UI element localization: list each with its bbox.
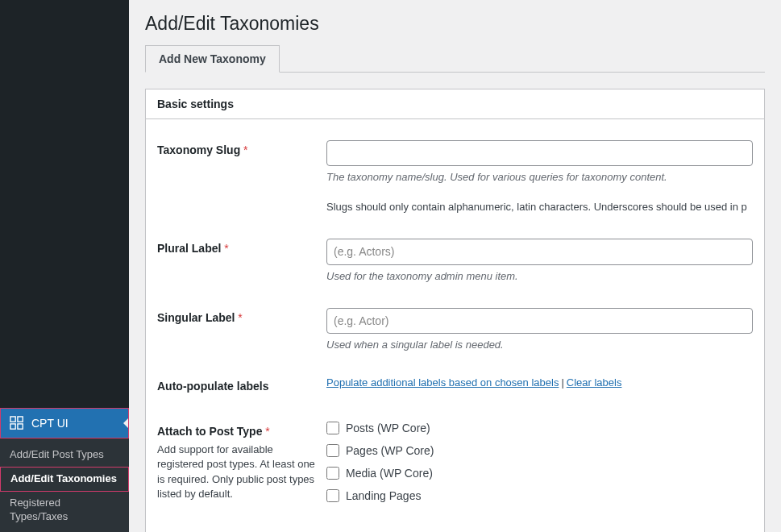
singular-label-input[interactable]	[326, 308, 753, 334]
autopopulate-label-cell: Auto-populate labels	[157, 364, 326, 409]
submenu-item-tools[interactable]: Tools	[0, 529, 129, 532]
singular-label: Singular Label *	[157, 311, 243, 324]
svg-rect-3	[18, 424, 23, 429]
page-title: Add/Edit Taxonomies	[145, 0, 765, 44]
svg-rect-0	[10, 417, 15, 422]
section-header: Basic settings	[146, 89, 764, 119]
main-content: Add/Edit Taxonomies Add New Taxonomy Bas…	[129, 0, 781, 532]
clear-labels-link[interactable]: Clear labels	[567, 376, 622, 389]
attach-option-pages: Pages (WP Core)	[326, 444, 753, 457]
attach-option-posts: Posts (WP Core)	[326, 422, 753, 434]
tab-wrapper: Add New Taxonomy	[145, 44, 765, 73]
plural-label-desc: Used for the taxonomy admin menu item.	[326, 270, 753, 282]
taxonomy-slug-label: Taxonomy Slug *	[157, 143, 248, 156]
section-body: Taxonomy Slug * The taxonomy name/slug. …	[146, 119, 764, 532]
form-table: Taxonomy Slug * The taxonomy name/slug. …	[157, 127, 753, 525]
required-marker: *	[224, 242, 228, 255]
admin-sidebar: CPT UI Add/Edit Post Types Add/Edit Taxo…	[0, 0, 129, 532]
attach-desc: Add support for available registered pos…	[157, 443, 318, 501]
attach-label: Attach to Post Type *	[157, 425, 270, 438]
attach-checkbox-pages[interactable]	[326, 444, 339, 457]
taxonomy-slug-note: Slugs should only contain alphanumeric, …	[326, 201, 753, 213]
attach-option-label: Pages (WP Core)	[346, 444, 434, 457]
basic-settings-box: Basic settings Taxonomy Slug * The taxon…	[145, 89, 765, 532]
attach-option-landing-pages: Landing Pages	[326, 489, 753, 502]
sidebar-spacer	[0, 0, 129, 408]
plural-label-cell: Plural Label *	[157, 226, 326, 294]
plural-label: Plural Label *	[157, 242, 229, 255]
attach-option-label: Landing Pages	[346, 489, 421, 502]
attach-checkbox-posts[interactable]	[326, 422, 339, 434]
attach-checkbox-media[interactable]	[326, 467, 339, 480]
submenu-item-taxonomies[interactable]: Add/Edit Taxonomies	[0, 467, 129, 492]
section-title: Basic settings	[157, 98, 753, 110]
taxonomy-slug-label-cell: Taxonomy Slug *	[157, 127, 326, 226]
sidebar-menu-cpt-ui[interactable]: CPT UI	[0, 408, 129, 438]
attach-checkbox-landing-pages[interactable]	[326, 489, 339, 502]
taxonomy-slug-input[interactable]	[326, 140, 753, 166]
required-marker: *	[238, 311, 242, 324]
taxonomy-slug-desc: The taxonomy name/slug. Used for various…	[326, 171, 753, 183]
populate-labels-link[interactable]: Populate additional labels based on chos…	[326, 376, 559, 389]
svg-rect-2	[10, 424, 15, 429]
link-separator: |	[561, 376, 563, 389]
singular-label-cell: Singular Label *	[157, 295, 326, 364]
required-marker: *	[265, 425, 269, 438]
attach-option-label: Media (WP Core)	[346, 467, 433, 480]
sidebar-submenu: Add/Edit Post Types Add/Edit Taxonomies …	[0, 438, 129, 532]
submenu-item-registered[interactable]: Registered Types/Taxes	[0, 492, 129, 529]
plural-label-input[interactable]	[326, 239, 753, 264]
attach-label-cell: Attach to Post Type * Add support for av…	[157, 409, 326, 525]
sidebar-menu-label: CPT UI	[31, 417, 69, 430]
singular-label-desc: Used when a singular label is needed.	[326, 339, 753, 351]
tab-add-new-taxonomy[interactable]: Add New Taxonomy	[145, 45, 280, 73]
attach-option-label: Posts (WP Core)	[346, 422, 430, 434]
cpt-ui-icon	[9, 415, 25, 431]
submenu-item-post-types[interactable]: Add/Edit Post Types	[0, 443, 129, 467]
menu-arrow-icon	[123, 418, 128, 428]
svg-rect-1	[18, 417, 23, 422]
autopopulate-label: Auto-populate labels	[157, 380, 268, 393]
required-marker: *	[243, 143, 247, 156]
attach-option-media: Media (WP Core)	[326, 467, 753, 480]
